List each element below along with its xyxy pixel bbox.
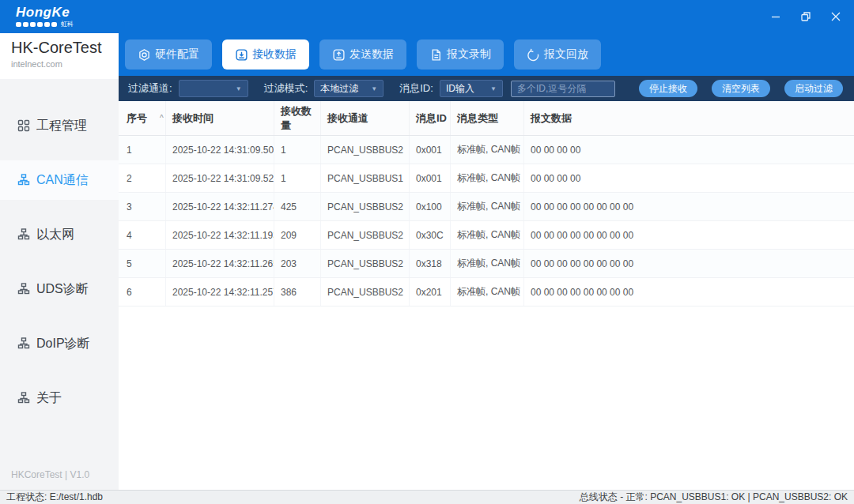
cell-time: 2025-10-22 14:32:11.274 <box>166 193 274 220</box>
logo-cn-text: 虹科 <box>61 21 74 28</box>
filter-mode-label: 过滤模式: <box>264 81 308 96</box>
chevron-down-icon: ▼ <box>236 85 242 92</box>
main-area: 硬件配置 接收数据 发送数据 报文录制 报文回放 过滤通道: <box>119 33 854 490</box>
clear-list-button[interactable]: 清空列表 <box>712 80 770 97</box>
tab-label: 报文录制 <box>447 47 491 62</box>
cell-channel: PCAN_USBBUS2 <box>321 278 410 306</box>
sitemap-icon <box>17 228 30 241</box>
cell-time: 2025-10-22 14:32:11.193 <box>166 221 274 249</box>
sitemap-icon <box>17 337 30 350</box>
cell-seq: 3 <box>119 193 166 220</box>
sidebar-item-uds[interactable]: UDS诊断 <box>0 269 119 309</box>
grid-icon <box>17 119 30 132</box>
sidebar-item-ethernet[interactable]: 以太网 <box>0 215 119 254</box>
col-msgid: 消息ID <box>410 101 451 135</box>
cell-count: 1 <box>274 136 321 164</box>
sidebar-item-can[interactable]: CAN通信 <box>0 160 119 200</box>
col-msgtype: 消息类型 <box>451 101 524 135</box>
chevron-down-icon: ▼ <box>371 85 377 92</box>
tab-label: 接收数据 <box>252 47 297 62</box>
cell-channel: PCAN_USBBUS2 <box>321 221 410 249</box>
sidebar-item-project[interactable]: 工程管理 <box>0 106 119 145</box>
sidebar: HK-CoreTest intelnect.com 工程管理 CAN通信 以太网… <box>0 33 119 490</box>
sidebar-menu: 工程管理 CAN通信 以太网 UDS诊断 DoIP诊断 关于 <box>0 79 119 418</box>
tab-receive-data[interactable]: 接收数据 <box>222 39 309 70</box>
close-icon[interactable] <box>830 11 841 22</box>
stop-receive-button[interactable]: 停止接收 <box>639 80 697 97</box>
filter-msgid-label: 消息ID: <box>399 81 433 96</box>
filter-mode-select[interactable]: 本地过滤 ▼ <box>314 80 384 97</box>
tab-message-record[interactable]: 报文录制 <box>417 39 504 70</box>
cell-channel: PCAN_USBBUS2 <box>321 193 410 220</box>
sidebar-item-about[interactable]: 关于 <box>0 378 119 418</box>
cell-data: 00 00 00 00 00 00 00 00 <box>524 278 854 306</box>
cell-seq: 4 <box>119 221 166 249</box>
document-icon <box>429 48 443 62</box>
hongke-logo: HongKe 虹科 <box>16 6 74 28</box>
sitemap-icon <box>17 174 30 186</box>
cell-count: 1 <box>274 164 321 192</box>
col-time: 接收时间 <box>166 101 274 135</box>
sort-asc-icon[interactable]: ^ <box>160 114 164 122</box>
sidebar-header: HK-CoreTest intelnect.com <box>0 33 119 79</box>
upload-icon <box>332 48 346 62</box>
start-filter-button[interactable]: 启动过滤 <box>784 80 843 97</box>
cell-data: 00 00 00 00 <box>524 136 854 164</box>
gear-icon <box>138 48 151 62</box>
col-data: 报文数据 <box>524 101 854 135</box>
cell-data: 00 00 00 00 00 00 00 00 <box>524 193 854 220</box>
cell-time: 2025-10-22 14:31:09.526 <box>166 164 274 192</box>
cell-msgtype: 标准帧, CAN帧 <box>451 278 524 306</box>
filter-msgid-value: ID输入 <box>446 82 474 96</box>
table-row[interactable]: 6 2025-10-22 14:32:11.257 386 PCAN_USBBU… <box>119 278 854 307</box>
table-row[interactable]: 4 2025-10-22 14:32:11.193 209 PCAN_USBBU… <box>119 221 854 250</box>
cell-time: 2025-10-22 14:32:11.265 <box>166 250 274 277</box>
app-version: HKCoreTest | V1.0 <box>11 469 89 480</box>
sidebar-item-label: CAN通信 <box>36 172 89 189</box>
cell-msgtype: 标准帧, CAN帧 <box>451 250 524 277</box>
sidebar-item-label: 关于 <box>36 390 62 407</box>
receive-data-table: 序号^ 接收时间 接收数量 接收通道 消息ID 消息类型 报文数据 1 2025… <box>119 101 854 476</box>
cell-channel: PCAN_USBBUS2 <box>321 250 410 277</box>
window-controls <box>770 11 841 22</box>
app-window: HongKe 虹科 HK-CoreTest intelnect.com 工程管理 <box>0 0 854 504</box>
cell-msgtype: 标准帧, CAN帧 <box>451 221 524 249</box>
project-status-text: 工程状态: E:/test/1.hdb <box>6 491 103 504</box>
maximize-icon[interactable] <box>800 11 811 22</box>
filter-msgid-select[interactable]: ID输入 ▼ <box>440 80 503 97</box>
sidebar-item-label: DoIP诊断 <box>36 336 90 352</box>
filter-actions: 停止接收 清空列表 启动过滤 <box>639 80 843 97</box>
col-channel: 接收通道 <box>321 101 410 135</box>
table-row[interactable]: 5 2025-10-22 14:32:11.265 203 PCAN_USBBU… <box>119 250 854 278</box>
cell-seq: 5 <box>119 250 166 277</box>
sidebar-item-label: UDS诊断 <box>36 281 89 298</box>
cell-seq: 1 <box>119 136 166 164</box>
top-nav: 硬件配置 接收数据 发送数据 报文录制 报文回放 <box>119 33 854 76</box>
cell-count: 209 <box>274 221 321 249</box>
logo-dots: 虹科 <box>16 21 74 28</box>
sitemap-icon <box>17 392 30 404</box>
cell-msgid: 0x001 <box>410 164 451 192</box>
filter-channel-label: 过滤通道: <box>128 81 172 96</box>
logo-text: HongKe <box>16 6 74 19</box>
tab-message-replay[interactable]: 报文回放 <box>514 39 601 70</box>
cell-msgtype: 标准帧, CAN帧 <box>451 164 524 192</box>
sitemap-icon <box>17 283 30 295</box>
replay-icon <box>527 48 540 62</box>
msgid-input[interactable] <box>511 81 615 97</box>
minimize-icon[interactable] <box>770 11 781 22</box>
filter-channel-select[interactable]: ▼ <box>179 80 248 97</box>
sidebar-item-doip[interactable]: DoIP诊断 <box>0 324 119 363</box>
cell-time: 2025-10-22 14:32:11.257 <box>166 278 274 306</box>
table-row[interactable]: 3 2025-10-22 14:32:11.274 425 PCAN_USBBU… <box>119 193 854 221</box>
tab-send-data[interactable]: 发送数据 <box>319 39 406 70</box>
table-row[interactable]: 2 2025-10-22 14:31:09.526 1 PCAN_USBBUS1… <box>119 164 854 193</box>
cell-msgid: 0x318 <box>410 250 451 277</box>
tab-hardware-config[interactable]: 硬件配置 <box>125 39 212 70</box>
cell-msgtype: 标准帧, CAN帧 <box>451 136 524 164</box>
cell-count: 425 <box>274 193 321 220</box>
cell-seq: 2 <box>119 164 166 192</box>
table-body: 1 2025-10-22 14:31:09.504 1 PCAN_USBBUS2… <box>119 136 854 307</box>
table-row[interactable]: 1 2025-10-22 14:31:09.504 1 PCAN_USBBUS2… <box>119 136 854 164</box>
title-bar: HongKe 虹科 <box>0 0 854 33</box>
